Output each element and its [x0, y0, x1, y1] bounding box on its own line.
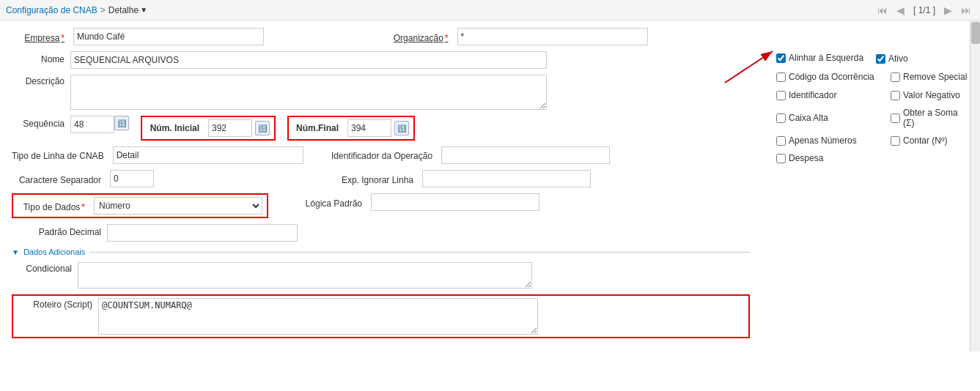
nav-controls: ⏮ ◀ [ 1/1 ] ▶ ⏭ [874, 3, 974, 18]
roteiro-label: Roteiro (Script) [18, 298, 98, 310]
alinhar-esquerda-checkbox[interactable] [776, 53, 786, 63]
empresa-input[interactable] [73, 28, 264, 45]
breadcrumb: Configuração de CNAB > Detalhe ▼ [6, 5, 147, 15]
descricao-input[interactable] [70, 75, 547, 110]
breadcrumb-current: Detalhe ▼ [108, 5, 147, 15]
alinhar-esquerda-label: Alinhar à Esquerda [789, 53, 863, 64]
ativo-label: Ativo [888, 53, 908, 64]
nav-first-button[interactable]: ⏮ [874, 3, 891, 18]
num-inicial-label: Núm. Inicial [147, 123, 205, 133]
caixa-soma-row: Caixa Alta Obter a Soma (Σ) [776, 108, 971, 128]
num-inicial-input[interactable] [208, 119, 252, 137]
apenas-numeros-item: Apenas Números [776, 135, 879, 146]
despesa-checkbox[interactable] [776, 154, 786, 163]
tipo-dados-select[interactable]: Número Texto Data Decimal [94, 197, 262, 215]
roteiro-input[interactable]: @COUNTSUM.NUMARQ@ [98, 298, 538, 335]
organizacao-input[interactable] [457, 28, 648, 45]
nav-last-button[interactable]: ⏭ [958, 3, 974, 18]
section-triangle-icon: ▼ [12, 248, 19, 256]
despesa-row: Despesa [776, 153, 971, 163]
num-final-input[interactable] [347, 119, 391, 137]
despesa-item: Despesa [776, 153, 823, 163]
logica-padrao-label: Lógica Padrão [280, 196, 368, 209]
nome-label: Nome [12, 51, 70, 64]
num-inicial-calc-icon[interactable]: 🔢 [255, 121, 270, 135]
tipo-linha-row: Tipo de Linha de CNAB Identificador da O… [12, 146, 750, 164]
contar-label: Contar (Nº) [903, 135, 947, 146]
descricao-label: Descrição [12, 75, 70, 86]
apenas-numeros-label: Apenas Números [789, 135, 857, 146]
obter-soma-checkbox[interactable] [891, 113, 900, 123]
page-info: [ 1/1 ] [910, 5, 938, 15]
padrao-decimal-label: Padrão Decimal [12, 224, 107, 237]
identificador-check-item: Identificador [776, 90, 879, 100]
remove-special-item: Remove Special [891, 72, 967, 83]
sequencia-label: Sequência [12, 116, 70, 129]
remove-special-label: Remove Special [903, 72, 967, 82]
obter-soma-item: Obter a Soma (Σ) [891, 108, 971, 128]
right-panel: Alinhar à Esquerda Ativo Código da Ocorr… [767, 41, 980, 179]
exp-ignorar-label: Exp. Ignorar Linha [331, 172, 419, 185]
contar-item: Contar (Nº) [891, 135, 947, 146]
sequencia-calc-icon[interactable]: 🔢 [114, 116, 129, 130]
ativo-checkbox[interactable] [876, 54, 885, 64]
empresa-label: Empresa [12, 30, 70, 43]
identificador-op-input[interactable] [441, 146, 610, 164]
num-final-label: Núm.Final [293, 123, 345, 133]
valor-negativo-item: Valor Negativo [891, 90, 960, 100]
logica-padrao-input[interactable] [371, 193, 539, 211]
apenas-numeros-checkbox[interactable] [776, 136, 786, 146]
codigo-ocorrencia-item: Código da Ocorrência [776, 72, 879, 83]
valor-negativo-label: Valor Negativo [903, 90, 960, 100]
identificador-valor-row: Identificador Valor Negativo [776, 90, 971, 100]
empresa-row: Empresa Organização [12, 28, 750, 45]
padrao-decimal-row: Padrão Decimal [12, 224, 750, 242]
codigo-ocorrencia-label: Código da Ocorrência [789, 72, 874, 83]
breadcrumb-bar: Configuração de CNAB > Detalhe ▼ ⏮ ◀ [ 1… [0, 0, 980, 21]
ativo-item: Ativo [876, 53, 964, 64]
nav-next-button[interactable]: ▶ [941, 3, 955, 18]
alinhar-ativo-row: Alinhar à Esquerda Ativo [776, 53, 971, 64]
padrao-decimal-input[interactable] [107, 224, 298, 242]
obter-soma-label: Obter a Soma (Σ) [903, 108, 971, 128]
exp-ignorar-input[interactable] [422, 170, 591, 187]
tipo-dados-label: Tipo de Dados [18, 199, 91, 212]
organizacao-label: Organização [381, 30, 454, 43]
roteiro-row: Roteiro (Script) @COUNTSUM.NUMARQ@ [12, 294, 750, 338]
descricao-row: Descrição [12, 75, 750, 110]
condicional-input[interactable] [78, 262, 532, 288]
valor-negativo-checkbox[interactable] [891, 91, 900, 100]
tipo-linha-label: Tipo de Linha de CNAB [12, 148, 110, 163]
identificador-op-label: Identificador da Operação [331, 148, 438, 163]
alinhar-esquerda-item: Alinhar à Esquerda [776, 53, 864, 64]
codigo-ocorrencia-checkbox[interactable] [776, 72, 786, 82]
dados-adicionais-section[interactable]: ▼ Dados Adicionais [12, 247, 750, 256]
codigo-remove-row: Código da Ocorrência Remove Special [776, 72, 971, 83]
condicional-label: Condicional [12, 262, 78, 274]
nome-input[interactable] [70, 51, 547, 69]
contar-checkbox[interactable] [891, 136, 900, 146]
sequencia-input[interactable] [70, 116, 114, 133]
remove-special-checkbox[interactable] [891, 72, 900, 82]
num-final-calc-icon[interactable]: 🔢 [394, 121, 409, 135]
identificador-checkbox[interactable] [776, 91, 786, 100]
breadcrumb-separator: > [100, 5, 106, 15]
tipo-linha-input[interactable] [113, 146, 303, 164]
caixa-alta-item: Caixa Alta [776, 108, 879, 128]
section-label: Dados Adicionais [23, 247, 85, 256]
caixa-alta-label: Caixa Alta [789, 113, 828, 123]
nav-prev-button[interactable]: ◀ [894, 3, 907, 18]
nome-row: Nome [12, 51, 750, 69]
sequencia-row: Sequência 🔢 Núm. Inicial 🔢 Núm.Final 🔢 [12, 116, 750, 141]
despesa-label: Despesa [789, 153, 823, 163]
apenas-contar-row: Apenas Números Contar (Nº) [776, 135, 971, 146]
caractere-row: Caractere Separador Exp. Ignorar Linha [12, 170, 750, 187]
caixa-alta-checkbox[interactable] [776, 113, 786, 123]
caractere-sep-label: Caractere Separador [12, 172, 107, 185]
condicional-row: Condicional [12, 262, 750, 288]
tipo-dados-row: Tipo de Dados Número Texto Data Decimal … [12, 193, 750, 218]
breadcrumb-parent-link[interactable]: Configuração de CNAB [6, 5, 97, 15]
identificador-label: Identificador [789, 90, 836, 100]
caractere-sep-input[interactable] [110, 170, 154, 187]
